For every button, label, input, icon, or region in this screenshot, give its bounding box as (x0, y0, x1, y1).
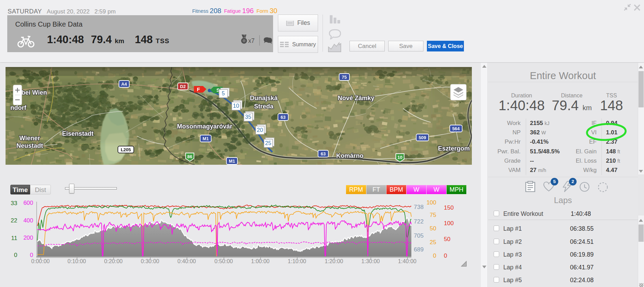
svg-text:Neustadt: Neustadt (16, 142, 43, 149)
svg-text:35: 35 (245, 114, 251, 120)
svg-text:Nové Zámky: Nové Zámky (338, 95, 374, 102)
svg-text:x7: x7 (248, 37, 254, 44)
svg-text:Wiener: Wiener (19, 135, 40, 142)
svg-text:5: 5 (222, 90, 225, 96)
svg-text:10: 10 (398, 155, 402, 160)
svg-text:509: 509 (419, 135, 426, 140)
svg-text:20: 20 (257, 127, 263, 133)
svg-text:Streda: Streda (254, 103, 274, 110)
svg-text:ndorf: ndorf (10, 104, 27, 111)
svg-text:86: 86 (187, 154, 192, 159)
svg-text:L205: L205 (121, 147, 131, 152)
svg-text:D2: D2 (180, 84, 186, 89)
svg-text:M1: M1 (203, 136, 209, 141)
svg-text:Esztergom: Esztergom (438, 145, 470, 152)
svg-text:75: 75 (342, 75, 347, 80)
svg-text:M1: M1 (229, 159, 235, 164)
svg-text:63: 63 (321, 151, 326, 156)
svg-text:A4: A4 (121, 82, 127, 87)
svg-text:10: 10 (233, 103, 239, 109)
svg-text:Mosonmagyaróvár: Mosonmagyaróvár (177, 123, 232, 130)
svg-text:564: 564 (452, 126, 460, 131)
svg-text:25: 25 (265, 140, 271, 146)
svg-text:Komárno: Komárno (336, 152, 363, 159)
svg-text:Eisenstadt: Eisenstadt (62, 130, 93, 137)
svg-text:63: 63 (281, 115, 286, 120)
svg-text:F: F (197, 86, 200, 92)
svg-text:Dunajská: Dunajská (250, 95, 278, 102)
